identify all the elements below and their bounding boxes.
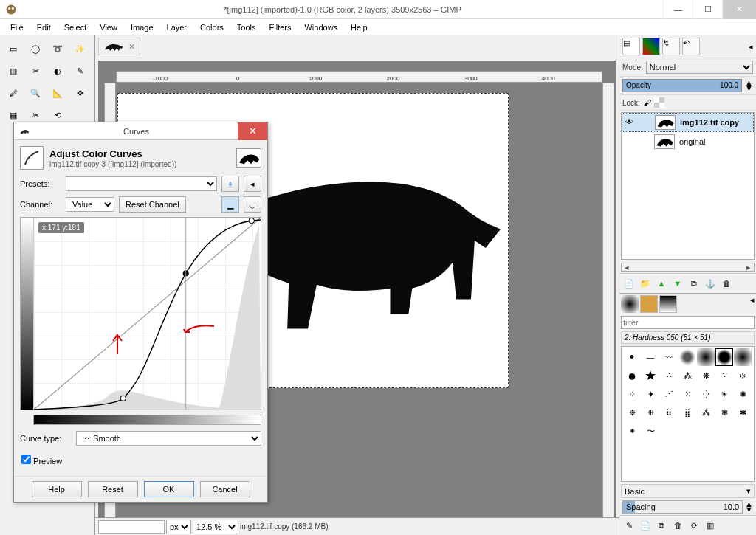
new-brush-icon[interactable]: 📄: [639, 519, 652, 532]
curve-type-select[interactable]: 〰 Smooth: [76, 431, 261, 446]
scissors-tool-icon[interactable]: ✂: [25, 61, 46, 81]
panel-menu-icon[interactable]: ◂: [750, 295, 755, 313]
delete-brush-icon[interactable]: 🗑: [671, 519, 684, 532]
histogram-log-icon[interactable]: ◡: [244, 196, 261, 213]
channels-tab-icon[interactable]: [642, 38, 660, 55]
layer-name[interactable]: img112.tif copy: [680, 118, 739, 127]
layer-name[interactable]: original: [679, 137, 705, 146]
reset-channel-button[interactable]: Reset Channel: [119, 196, 186, 213]
brush-item[interactable]: ⁛: [697, 385, 715, 403]
layer-group-icon[interactable]: 📁: [639, 277, 652, 290]
fuzzy-select-tool-icon[interactable]: ✨: [69, 38, 90, 59]
ok-button[interactable]: OK: [144, 481, 194, 497]
brush-item[interactable]: —: [642, 348, 659, 366]
channel-select[interactable]: Value: [66, 197, 114, 212]
layers-tab-icon[interactable]: ▤: [622, 38, 640, 55]
brush-item[interactable]: ✺: [734, 385, 752, 403]
brush-filter-input[interactable]: [621, 316, 755, 329]
blend-mode-select[interactable]: Normal: [646, 61, 753, 74]
unit-select[interactable]: px: [166, 520, 191, 534]
brush-item[interactable]: ⣿: [678, 404, 696, 421]
reset-button[interactable]: Reset: [88, 481, 138, 497]
brush-item[interactable]: ✱: [734, 404, 752, 421]
menu-layer[interactable]: Layer: [161, 21, 193, 33]
lock-pixels-icon[interactable]: 🖌: [643, 98, 651, 107]
menu-edit[interactable]: Edit: [31, 21, 57, 33]
undo-history-tab-icon[interactable]: ↶: [682, 38, 700, 55]
brush-item[interactable]: ⁙: [678, 385, 696, 403]
layers-list[interactable]: 👁 img112.tif copy 👁 original: [621, 112, 755, 260]
opacity-slider[interactable]: Opacity 100.0: [622, 79, 742, 92]
panel-menu-icon[interactable]: ◂: [749, 42, 753, 52]
refresh-brushes-icon[interactable]: ⟳: [687, 519, 701, 532]
brushes-tab-icon[interactable]: [621, 295, 639, 313]
raise-layer-icon[interactable]: ▲: [655, 277, 668, 290]
zoom-select[interactable]: 12.5 %: [193, 520, 238, 534]
paths-tool-icon[interactable]: ✎: [69, 61, 90, 81]
measure-tool-icon[interactable]: 📐: [47, 83, 68, 103]
zoom-tool-icon[interactable]: 🔍: [25, 83, 46, 103]
cancel-button[interactable]: Cancel: [200, 481, 250, 497]
brush-item[interactable]: ❃: [715, 404, 733, 421]
curves-graph[interactable]: x:171 y:181: [20, 217, 261, 410]
anchor-layer-icon[interactable]: ⚓: [704, 277, 717, 290]
menu-windows[interactable]: Windows: [298, 21, 343, 33]
eye-icon[interactable]: 👁: [625, 117, 636, 128]
brush-item[interactable]: ☀: [715, 385, 733, 403]
by-color-select-tool-icon[interactable]: ▥: [3, 61, 24, 81]
presets-select[interactable]: [66, 176, 217, 191]
window-maximize-button[interactable]: ☐: [693, 0, 722, 19]
paths-tab-icon[interactable]: ↯: [662, 38, 680, 55]
dialog-close-button[interactable]: ✕: [238, 122, 267, 140]
move-tool-icon[interactable]: ✥: [69, 83, 90, 103]
menu-view[interactable]: View: [94, 21, 123, 33]
brush-item[interactable]: ⁜: [642, 404, 659, 421]
lower-layer-icon[interactable]: ▼: [671, 277, 684, 290]
brush-item[interactable]: ❉: [623, 404, 641, 421]
patterns-tab-icon[interactable]: [640, 295, 658, 313]
brush-item[interactable]: ✦: [642, 385, 659, 403]
opacity-stepper[interactable]: ▲▼: [745, 80, 753, 91]
preview-checkbox[interactable]: [21, 455, 31, 464]
lock-alpha-icon[interactable]: [654, 97, 664, 108]
menu-filters[interactable]: Filters: [264, 21, 298, 33]
foreground-select-tool-icon[interactable]: ◐: [47, 61, 68, 81]
brush-item[interactable]: 〰: [660, 348, 678, 366]
brush-grid[interactable]: • — 〰 ● ★ ∴ ⁂ ❋ ∵ ፨ ⁘ ✦ ⋰ ⁙ ⁛ ☀ ✺: [621, 346, 755, 482]
new-layer-icon[interactable]: 📄: [622, 277, 636, 290]
brush-item[interactable]: 〜: [642, 422, 659, 440]
spacing-stepper[interactable]: ▲▼: [745, 502, 753, 512]
image-tab[interactable]: ✕: [98, 38, 140, 55]
brush-item[interactable]: ●: [623, 367, 641, 384]
brush-item[interactable]: ❋: [697, 367, 715, 384]
layers-scrollbar[interactable]: ◂▸: [621, 263, 755, 272]
preset-menu-button[interactable]: ◂: [244, 176, 261, 192]
brush-item[interactable]: ፨: [734, 367, 752, 384]
menu-image[interactable]: Image: [125, 21, 159, 33]
duplicate-layer-icon[interactable]: ⧉: [687, 277, 701, 290]
gradients-tab-icon[interactable]: [659, 295, 677, 313]
close-tab-icon[interactable]: ✕: [128, 42, 135, 52]
edit-brush-icon[interactable]: ✎: [622, 519, 636, 532]
brush-item[interactable]: ⠿: [660, 404, 678, 421]
duplicate-brush-icon[interactable]: ⧉: [655, 519, 668, 532]
menu-file[interactable]: File: [4, 21, 30, 33]
help-button[interactable]: Help: [32, 481, 82, 497]
brush-item[interactable]: ∴: [660, 367, 678, 384]
layer-row[interactable]: 👁 original: [622, 132, 754, 151]
spacing-slider[interactable]: Spacing 10.0: [622, 500, 743, 514]
preview-checkbox-label[interactable]: Preview: [21, 457, 62, 466]
brush-item[interactable]: ⁘: [623, 385, 641, 403]
brush-item[interactable]: ∵: [715, 367, 733, 384]
histogram-linear-icon[interactable]: ▁: [221, 196, 239, 213]
menu-colors[interactable]: Colors: [194, 21, 230, 33]
window-minimize-button[interactable]: —: [663, 0, 693, 19]
brush-item[interactable]: [734, 348, 752, 366]
brush-preset-select[interactable]: Basic▾: [621, 484, 755, 498]
brush-item[interactable]: ⁕: [623, 422, 641, 440]
brush-item[interactable]: ★: [642, 367, 659, 384]
brush-item[interactable]: ⁂: [697, 404, 715, 421]
brush-item[interactable]: ⋰: [660, 385, 678, 403]
window-close-button[interactable]: ✕: [722, 0, 756, 19]
brush-item[interactable]: •: [623, 348, 641, 366]
